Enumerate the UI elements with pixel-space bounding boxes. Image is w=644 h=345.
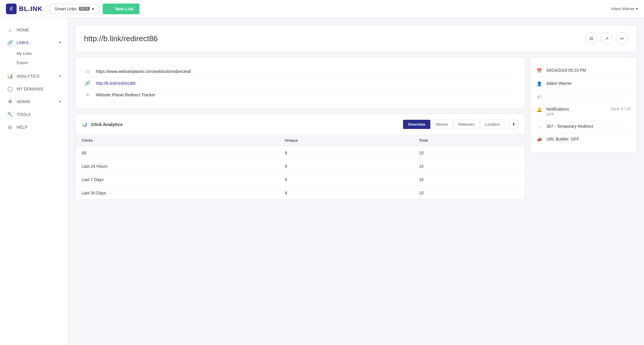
sidebar-item-home[interactable]: ⌂ HOME [0,24,68,36]
row-label: Last 7 Days [76,173,279,186]
links-icon: 🔗 [7,40,13,45]
left-column: ▭ https://www.websiteplanet.com/webtools… [75,57,525,200]
analytics-card: 📊 Click Analytics Overview Device Referr… [75,114,525,200]
destination-row: ▭ https://www.websiteplanet.com/webtools… [84,66,517,77]
table-row: Last 7 Days 9 15 [76,173,525,186]
link-icon: 🔗 [109,7,114,11]
megaphone-icon: 📣 [536,137,542,142]
created-date: 04/24/2019 05:23 PM [546,68,586,73]
row-total: 15 [413,186,525,200]
copy-button[interactable]: ⧉ [585,32,597,45]
title-row: ≡ Website Planet Redirect Tracker [84,89,517,100]
row-unique: 9 [279,160,413,173]
analytics-icon: 📊 [7,73,13,79]
notifications-info: Notifications OFF [546,107,569,116]
tag-icon: 🏷 [536,94,542,99]
tags-row: 🏷 [536,90,631,103]
sidebar: ⌂ HOME 🔗 LINKS ▾ My Links Export 📊 ANALY… [0,18,68,345]
sidebar-item-export[interactable]: Export [17,58,68,67]
tab-device[interactable]: Device [431,120,453,129]
download-button[interactable]: ⬇ [508,119,519,130]
url-builder-status: URL Builder: OFF [546,137,579,141]
sidebar-item-label: LINKS [17,40,28,45]
home-icon: ⌂ [7,27,13,33]
sidebar-item-label: TOOLS [17,112,31,117]
list-icon: ≡ [84,92,91,98]
sidebar-item-admin[interactable]: ⚙ ADMIN ▾ [0,95,68,108]
logo-text: BL.INK [19,5,42,13]
analytics-title: Click Analytics [91,122,123,127]
tab-location[interactable]: Location [480,120,505,129]
content-row: ▭ https://www.websiteplanet.com/webtools… [75,57,637,200]
redirect-type-row: → 307 - Temporary Redirect [536,120,631,133]
col-clicks: Clicks [76,135,279,146]
copy-icon: ⧉ [590,36,593,41]
link-header-card: http://b.link/redirect86 ⧉ ↗ ✏ [75,25,637,52]
new-link-button[interactable]: 🔗 New Link [103,4,139,14]
sidebar-item-tools[interactable]: 🔧 TOOLS [0,108,68,121]
sidebar-item-my-domains[interactable]: ◯ MY DOMAINS [0,82,68,95]
short-url-link[interactable]: http://b.link/redirect86 [96,81,136,86]
user-icon: 👤 [536,81,542,87]
analytics-tabs: Overview Device Referrers Location [403,120,505,129]
logo: // BL.INK [6,4,42,14]
notifications-content: Notifications OFF Sent: 0 / 10 [546,107,631,116]
table-row: Last 24 Hours 9 15 [76,160,525,173]
notifications-sent: Sent: 0 / 10 [611,107,631,111]
row-label: Last 24 Hours [76,160,279,173]
tab-referrers[interactable]: Referrers [453,120,480,129]
sidebar-item-help[interactable]: ◎ HELP [0,121,68,133]
admin-icon: ⚙ [7,99,13,104]
row-total: 15 [413,173,525,186]
sidebar-item-label: ANALYTICS [17,74,39,79]
redirect-type: 307 - Temporary Redirect [546,124,593,129]
open-external-button[interactable]: ↗ [600,32,613,45]
link-url-title: http://b.link/redirect86 [84,34,158,43]
beta-badge: BETA [79,7,89,11]
chevron-down-icon: ▾ [92,7,94,11]
owner-name: Adam Warner [546,81,572,86]
logo-icon: // [6,4,17,14]
short-url-row: 🔗 http://b.link/redirect86 [84,77,517,89]
owner-row: 👤 Adam Warner [536,77,631,90]
row-label: All [76,146,279,160]
tab-overview[interactable]: Overview [403,120,430,129]
table-header-row: Clicks Unique Total [76,135,525,146]
notifications-label: Notifications [546,107,569,111]
analytics-header: 📊 Click Analytics Overview Device Referr… [76,114,525,135]
table-row: All 9 15 [76,146,525,160]
bar-chart-icon: 📊 [82,122,88,127]
external-link-icon: ↗ [605,36,609,41]
url-builder-row: 📣 URL Builder: OFF [536,133,631,146]
right-column: 📅 04/24/2019 05:23 PM 👤 Adam Warner 🏷 🔔 [530,57,637,200]
sidebar-item-label: ADMIN [17,99,30,104]
chevron-down-icon: ▾ [59,41,61,44]
row-unique: 9 [279,173,413,186]
notifications-row: 🔔 Notifications OFF Sent: 0 / 10 [536,103,631,120]
header-actions: ⧉ ↗ ✏ [585,32,628,45]
edit-button[interactable]: ✏ [616,32,628,45]
link-details-card: ▭ https://www.websiteplanet.com/webtools… [75,57,525,109]
user-menu[interactable]: Adam Warner ▾ [611,7,638,11]
created-date-row: 📅 04/24/2019 05:23 PM [536,64,631,77]
row-unique: 9 [279,146,413,160]
edit-icon: ✏ [620,36,624,41]
table-row: Last 30 Days 9 15 [76,186,525,200]
sidebar-item-my-links[interactable]: My Links [17,49,68,58]
browser-icon: ▭ [84,68,91,74]
download-icon: ⬇ [512,122,515,127]
calendar-icon: 📅 [536,68,542,74]
notifications-status: OFF [546,112,569,116]
user-chevron-icon: ▾ [636,7,638,11]
row-unique: 9 [279,186,413,200]
tools-icon: 🔧 [7,111,13,117]
redirect-icon: → [536,124,542,129]
sidebar-item-links[interactable]: 🔗 LINKS ▾ [0,36,68,49]
sidebar-item-analytics[interactable]: 📊 ANALYTICS ▾ [0,70,68,82]
domains-icon: ◯ [7,86,13,92]
top-navigation: // BL.INK Smart Links BETA ▾ 🔗 New Link … [0,0,644,18]
destination-url: https://www.websiteplanet.com/webtools/r… [96,69,191,74]
help-icon: ◎ [7,124,13,130]
smart-links-label: Smart Links [55,7,77,11]
smart-links-button[interactable]: Smart Links BETA ▾ [50,4,99,14]
